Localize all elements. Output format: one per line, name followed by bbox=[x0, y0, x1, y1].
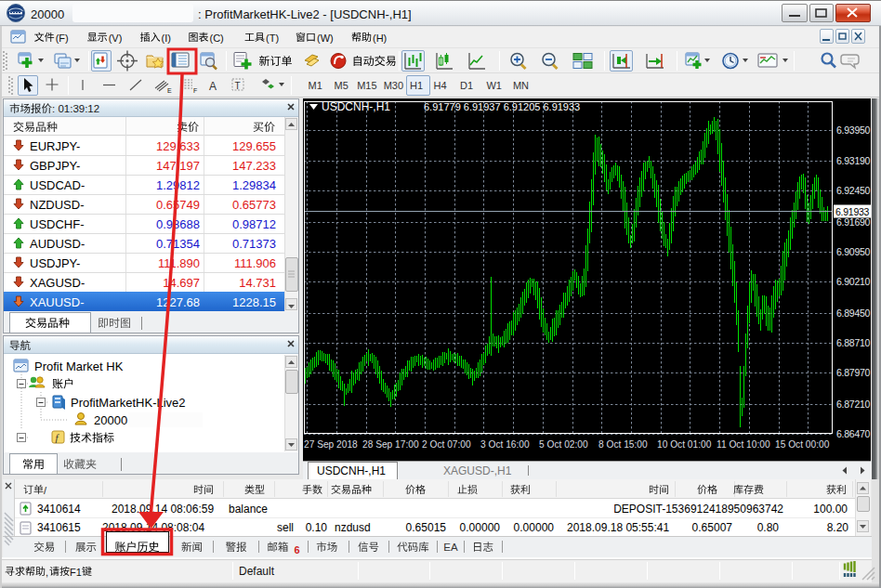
svg-text:6.92450: 6.92450 bbox=[836, 185, 871, 196]
svg-text:11 Oct 10:00: 11 Oct 10:00 bbox=[717, 439, 770, 450]
svg-text:6.86470: 6.86470 bbox=[836, 428, 871, 439]
svg-text:3 Oct 16:00: 3 Oct 16:00 bbox=[480, 439, 530, 450]
svg-text:6.87210: 6.87210 bbox=[836, 399, 871, 410]
svg-text:6.91690: 6.91690 bbox=[836, 216, 871, 228]
svg-text:USDCNH-,H1: USDCNH-,H1 bbox=[322, 100, 390, 113]
svg-text:27 Sep 2018: 27 Sep 2018 bbox=[304, 439, 358, 450]
svg-text:6.91779 6.91937 6.91205 6.9193: 6.91779 6.91937 6.91205 6.91933 bbox=[424, 101, 580, 112]
svg-text:6.88710: 6.88710 bbox=[836, 337, 871, 348]
svg-text:8 Oct 15:00: 8 Oct 15:00 bbox=[598, 439, 648, 450]
svg-text:6.91933: 6.91933 bbox=[835, 206, 870, 217]
svg-text:5 Oct 02:00: 5 Oct 02:00 bbox=[539, 439, 588, 450]
svg-text:6.90210: 6.90210 bbox=[836, 276, 871, 287]
svg-text:15 Oct 00:00: 15 Oct 00:00 bbox=[775, 439, 830, 450]
svg-text:6.93190: 6.93190 bbox=[836, 155, 871, 166]
svg-text:2 Oct 07:00: 2 Oct 07:00 bbox=[422, 439, 471, 450]
svg-text:28 Sep 17:00: 28 Sep 17:00 bbox=[362, 439, 419, 450]
svg-text:10 Oct 01:00: 10 Oct 01:00 bbox=[657, 439, 712, 450]
svg-text:6.87970: 6.87970 bbox=[836, 367, 871, 378]
svg-text:6.89450: 6.89450 bbox=[836, 307, 871, 319]
svg-text:6.90950: 6.90950 bbox=[836, 246, 871, 257]
svg-text:6.93950: 6.93950 bbox=[836, 124, 871, 136]
